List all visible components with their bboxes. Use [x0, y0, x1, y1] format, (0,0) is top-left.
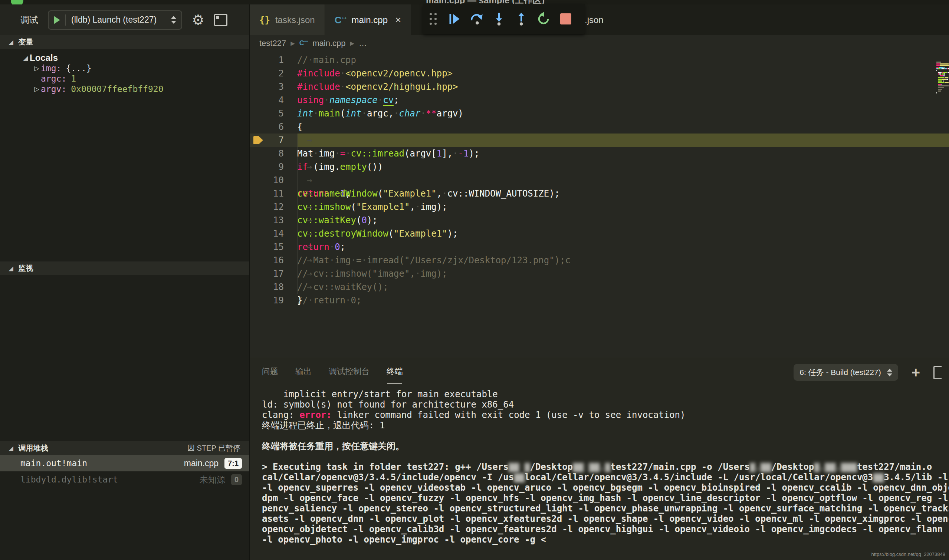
indent-guide [297, 214, 297, 227]
code-line[interactable]: 19} [250, 294, 949, 307]
code-line[interactable]: 2#include·<opencv2/opencv.hpp> [250, 67, 949, 80]
continue-button[interactable] [445, 9, 464, 29]
gear-icon[interactable]: ⚙ [192, 13, 205, 27]
variable-row-argv[interactable]: ▷ argv: 0x00007ffeefbff920 [0, 84, 249, 94]
breadcrumb-symbol[interactable]: … [359, 38, 367, 48]
code-line[interactable]: 6{ [250, 120, 949, 134]
line-number[interactable]: 10 [250, 174, 284, 187]
variable-name: argc: [41, 74, 66, 83]
line-number[interactable]: 15 [250, 240, 284, 254]
tab-output[interactable]: 输出 [295, 366, 312, 378]
code-line[interactable]: 7→ Mat·img·=·cv::imread(argv[1],·-1); [250, 134, 949, 147]
code-line[interactable]: 15→ //·Mat·img·=·imread("/Users/zjx/Desk… [250, 240, 949, 254]
variable-row-img[interactable]: ▷ img: {...} [0, 63, 249, 74]
expand-chevron-icon[interactable]: ▷ [32, 65, 41, 72]
tab-terminal[interactable]: 终端 [387, 366, 403, 378]
indent-guide [297, 134, 297, 147]
breadcrumb-folder[interactable]: test227 [259, 38, 286, 48]
variables-section-header[interactable]: ◢ 变量 [0, 35, 249, 49]
frame-source: main.cpp [184, 458, 225, 468]
restart-button[interactable] [534, 9, 553, 29]
collapse-triangle-icon: ◢ [22, 54, 30, 62]
terminal-line: > Executing task in folder test227: g++ … [262, 462, 949, 472]
step-out-button[interactable] [511, 9, 531, 29]
breadcrumb: test227 ▶ C++ main.cpp ▶ … [250, 35, 949, 51]
code-line[interactable]: 5int·main(int·argc,·char·**argv) [250, 107, 949, 120]
line-number[interactable]: 19 [250, 294, 284, 307]
tab-main-cpp[interactable]: C++ main.cpp × [325, 5, 411, 35]
indent-guide [297, 267, 297, 280]
launch-config-value: (lldb) Launch (test227) [71, 15, 166, 25]
new-terminal-icon[interactable]: + [912, 365, 920, 380]
scope-label: Locals [30, 53, 58, 63]
collapse-triangle-icon: ◢ [9, 39, 13, 45]
line-number[interactable]: 8 [250, 147, 284, 160]
code-line[interactable]: 10→ cv::namedWindow("Example1",·cv::WIND… [250, 174, 949, 187]
code-line[interactable]: 17→ //·cv::waitKey(); [250, 267, 949, 280]
step-into-button[interactable] [489, 9, 508, 29]
minimap[interactable] [937, 62, 949, 98]
terminal-line: ld: symbol(s) not found for architecture… [262, 399, 949, 410]
terminal-selector[interactable]: 6: 任务 - Build (test227) [793, 364, 898, 381]
code-line[interactable]: 16→ //·cv::imshow("image",·img); [250, 254, 949, 267]
debug-console-icon[interactable] [214, 14, 227, 26]
drag-handle-icon[interactable] [430, 13, 437, 25]
code-line[interactable]: 3#include·<opencv2/highgui.hpp> [250, 80, 949, 94]
terminal-line: cal/Cellar/opencv@3/3.4.5/include/opencv… [262, 472, 949, 483]
expand-chevron-icon[interactable]: ▷ [32, 85, 41, 93]
line-number[interactable]: 6 [250, 120, 284, 134]
line-number[interactable]: 1 [250, 54, 284, 67]
stack-frame-start[interactable]: libdyld.dylib!start 未知源 0 [0, 471, 249, 488]
start-debug-icon[interactable] [54, 16, 60, 24]
code-line[interactable]: 11→ cv::imshow("Example1",·img); [250, 187, 949, 200]
line-number[interactable]: 4 [250, 94, 284, 107]
line-number[interactable]: 12 [250, 200, 284, 214]
code-line[interactable]: 12→ cv::waitKey(0); [250, 200, 949, 214]
watch-section-header[interactable]: ◢ 监视 [0, 262, 249, 275]
line-number[interactable]: 5 [250, 107, 284, 120]
line-number[interactable]: 11 [250, 187, 284, 200]
tab-launch-json-partial[interactable]: .json [585, 5, 604, 35]
frame-source: 未知源 [200, 474, 231, 485]
tab-label: main.cpp [352, 15, 388, 25]
stop-button[interactable] [556, 9, 575, 29]
callstack-section-header[interactable]: ◢ 调用堆栈 因 STEP 已暂停 [0, 442, 249, 455]
code-line[interactable]: 1//·main.cpp [250, 54, 949, 67]
frame-line-badge: 0 [231, 474, 242, 485]
tab-debug-console[interactable]: 调试控制台 [329, 366, 370, 378]
variable-row-argc[interactable]: argc: 1 [0, 74, 249, 84]
code-line[interactable]: 4using·namespace·cv; [250, 94, 949, 107]
scope-locals[interactable]: ◢ Locals [0, 53, 249, 63]
variables-tree: ◢ Locals ▷ img: {...} argc: 1 ▷ argv: 0x… [0, 49, 249, 262]
terminal-line: pencv_saliency -l opencv_stereo -l openc… [262, 503, 949, 514]
split-terminal-icon[interactable] [934, 366, 941, 378]
terminal-line [262, 451, 949, 462]
close-icon[interactable]: × [395, 14, 401, 26]
tab-problems[interactable]: 问题 [262, 366, 278, 378]
code-line[interactable]: 13→ cv::destroyWindow("Example1"); [250, 214, 949, 227]
stack-frame-main[interactable]: main.out!main main.cpp 7:1 [0, 455, 249, 471]
terminal-output[interactable]: implicit entry/start for main executable… [250, 387, 949, 560]
traffic-light-green-icon[interactable] [11, 0, 23, 5]
line-number[interactable]: 13 [250, 214, 284, 227]
json-braces-icon: {} [259, 15, 270, 25]
line-number[interactable]: 14 [250, 227, 284, 240]
line-number[interactable]: 9 [250, 160, 284, 174]
line-number[interactable]: 18 [250, 280, 284, 294]
launch-config-select[interactable]: (lldb) Launch (test227) [48, 11, 182, 30]
frame-name: libdyld.dylib!start [20, 475, 118, 485]
code-editor[interactable]: 1//·main.cpp2#include·<opencv2/opencv.hp… [250, 51, 949, 357]
tab-tasks-json[interactable]: {} tasks.json [250, 5, 325, 35]
editor-tab-bar: {} tasks.json C++ main.cpp × .json [250, 5, 949, 35]
line-number[interactable]: 16 [250, 254, 284, 267]
line-number[interactable]: 3 [250, 80, 284, 94]
code-line[interactable]: 9→ → return·-1; [250, 160, 949, 174]
line-number[interactable]: 2 [250, 67, 284, 80]
step-over-button[interactable] [467, 9, 486, 29]
code-line[interactable]: 14→ return·0; [250, 227, 949, 240]
code-line[interactable]: 18→ //·return·0; [250, 280, 949, 294]
debug-label: 调试 [20, 14, 38, 26]
breadcrumb-file[interactable]: main.cpp [313, 38, 345, 48]
line-number[interactable]: 17 [250, 267, 284, 280]
code-line[interactable]: 8→ if·(img.empty()) [250, 147, 949, 160]
